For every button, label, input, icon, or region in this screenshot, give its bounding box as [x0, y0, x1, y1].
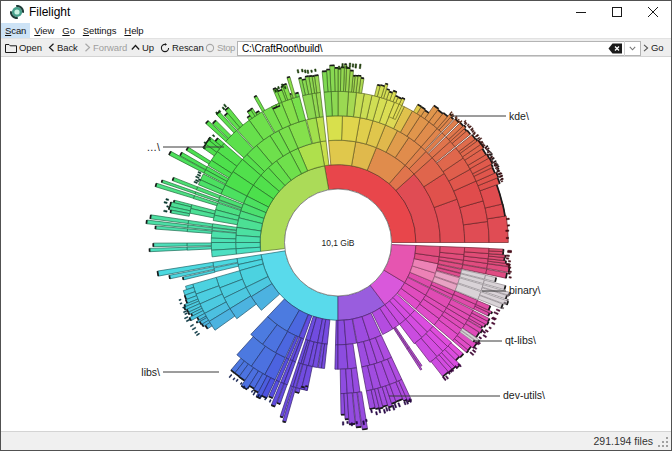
rim-tick — [388, 408, 390, 411]
map-segment[interactable] — [346, 344, 356, 369]
map-segment[interactable] — [324, 92, 332, 117]
up-icon — [131, 44, 140, 51]
path-input[interactable] — [238, 42, 607, 55]
map-segment[interactable] — [187, 243, 211, 246]
rim-tick — [166, 199, 169, 201]
close-button[interactable] — [635, 1, 671, 23]
map-segment[interactable] — [407, 348, 422, 370]
go-button[interactable]: Go — [643, 39, 663, 56]
open-button[interactable]: Open — [5, 39, 42, 56]
directory-label[interactable]: binary\ — [509, 284, 541, 296]
map-segment[interactable] — [487, 216, 508, 243]
open-folder-icon — [5, 43, 17, 53]
menu-scan[interactable]: Scan — [1, 23, 30, 38]
title-bar: Filelight — [1, 1, 671, 23]
map-segment[interactable] — [211, 238, 235, 242]
menu-settings[interactable]: Settings — [79, 23, 121, 38]
rim-tick — [506, 255, 509, 257]
map-segment[interactable] — [322, 71, 328, 92]
rim-tick — [457, 119, 459, 121]
map-segment[interactable] — [326, 116, 342, 141]
map-segment[interactable] — [338, 69, 341, 92]
rim-tick — [269, 400, 271, 403]
directory-label[interactable]: dev-utils\ — [503, 389, 545, 401]
forward-icon — [84, 43, 91, 52]
rim-tick — [483, 335, 487, 338]
rim-tick — [489, 327, 492, 329]
segment-cap — [283, 421, 286, 422]
rescan-label: Rescan — [172, 42, 204, 53]
rim-tick — [195, 331, 198, 333]
location-bar — [237, 41, 641, 56]
directory-label[interactable]: …\ — [147, 141, 161, 153]
map-segment[interactable] — [187, 246, 211, 250]
rim-tick — [297, 69, 299, 73]
rim-tick — [507, 299, 509, 301]
rescan-button[interactable]: Rescan — [160, 39, 204, 56]
rim-tick — [356, 421, 358, 424]
rim-tick — [450, 111, 452, 114]
map-segment[interactable] — [236, 247, 261, 254]
stop-button[interactable]: Stop — [205, 39, 235, 56]
rim-tick — [497, 166, 499, 168]
rim-tick — [212, 135, 215, 138]
minimize-button[interactable] — [563, 1, 599, 23]
rim-tick — [349, 63, 351, 67]
forward-button[interactable]: Forward — [84, 39, 127, 56]
segment-cap — [170, 202, 171, 206]
segment-cap — [191, 314, 192, 316]
resize-grip[interactable] — [658, 437, 669, 448]
rim-tick — [184, 316, 188, 319]
map-segment[interactable] — [408, 347, 422, 366]
map-center-size-label: 10,1 GiB — [321, 238, 354, 248]
rim-tick — [508, 273, 511, 275]
segment-cap — [273, 88, 276, 89]
segment-cap — [309, 76, 312, 77]
rim-tick — [371, 410, 373, 413]
path-dropdown-arrow[interactable] — [624, 41, 640, 56]
rim-tick — [509, 271, 511, 273]
directory-label[interactable]: libs\ — [141, 366, 160, 378]
rim-tick — [223, 104, 226, 108]
map-segment[interactable] — [254, 96, 265, 112]
menu-view[interactable]: View — [30, 23, 58, 38]
segment-cap — [295, 392, 299, 393]
segment-cap — [170, 210, 171, 213]
status-bar: 291.194 files — [1, 431, 671, 450]
clear-text-icon[interactable] — [607, 42, 624, 55]
segment-cap — [395, 96, 398, 97]
map-segment[interactable] — [336, 320, 339, 344]
up-button[interactable]: Up — [131, 39, 154, 56]
map-segment[interactable] — [489, 249, 504, 252]
filelight-window: Filelight ScanViewGoSettingsHelp Open Ba… — [0, 0, 672, 451]
up-label: Up — [142, 42, 154, 53]
menu-go[interactable]: Go — [58, 23, 78, 38]
directory-label[interactable]: kde\ — [509, 110, 529, 122]
back-button[interactable]: Back — [48, 39, 78, 56]
rim-tick — [472, 349, 476, 352]
directory-label[interactable]: qt-libs\ — [505, 334, 536, 346]
map-segment[interactable] — [153, 243, 187, 247]
rim-tick — [251, 390, 253, 392]
rim-tick — [506, 218, 509, 220]
map-segment[interactable] — [335, 345, 338, 369]
back-icon — [48, 43, 55, 52]
segment-cap — [169, 206, 170, 209]
map-segment[interactable] — [329, 140, 356, 166]
rim-tick — [386, 407, 388, 411]
map-segment[interactable] — [338, 91, 349, 116]
sunburst-map[interactable]: 10,1 GiBkde\…\binary\qt-libs\dev-utils\l… — [1, 57, 671, 431]
segment-cap — [172, 177, 173, 180]
map-segment[interactable] — [212, 249, 237, 257]
segment-cap — [280, 417, 283, 418]
segment-cap — [386, 89, 389, 90]
segment-cap — [302, 79, 306, 80]
map-segment[interactable] — [149, 247, 187, 251]
rim-tick — [508, 267, 511, 269]
menu-help[interactable]: Help — [120, 23, 147, 38]
rim-tick — [509, 276, 512, 278]
maximize-button[interactable] — [599, 1, 635, 23]
segment-cap — [162, 180, 163, 182]
rim-tick — [501, 181, 503, 182]
rim-tick — [347, 421, 349, 423]
